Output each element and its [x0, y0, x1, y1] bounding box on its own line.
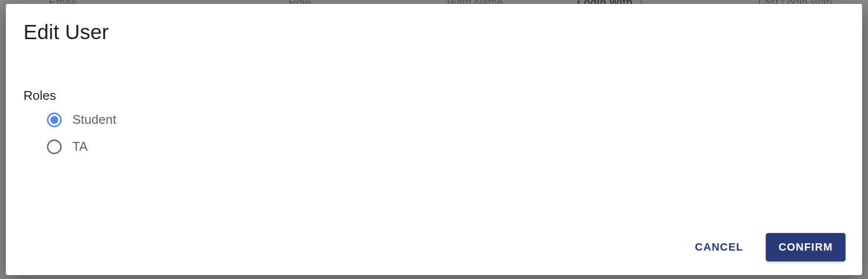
roles-radio-group: Student TA	[23, 112, 847, 154]
edit-user-dialog: Edit User Roles Student TA Cancel Confir…	[6, 4, 862, 275]
dialog-title: Edit User	[23, 21, 847, 44]
role-option-student[interactable]: Student	[47, 112, 847, 127]
role-option-label: TA	[72, 139, 88, 154]
confirm-button[interactable]: Confirm	[766, 233, 846, 261]
role-option-label: Student	[72, 112, 116, 127]
roles-section-label: Roles	[23, 88, 847, 103]
radio-unselected-icon	[47, 140, 62, 154]
role-option-ta[interactable]: TA	[47, 139, 847, 154]
cancel-button[interactable]: Cancel	[682, 233, 756, 261]
dialog-actions: Cancel Confirm	[21, 233, 847, 264]
radio-selected-icon	[47, 113, 62, 127]
dialog-body: Roles Student TA	[21, 44, 847, 233]
